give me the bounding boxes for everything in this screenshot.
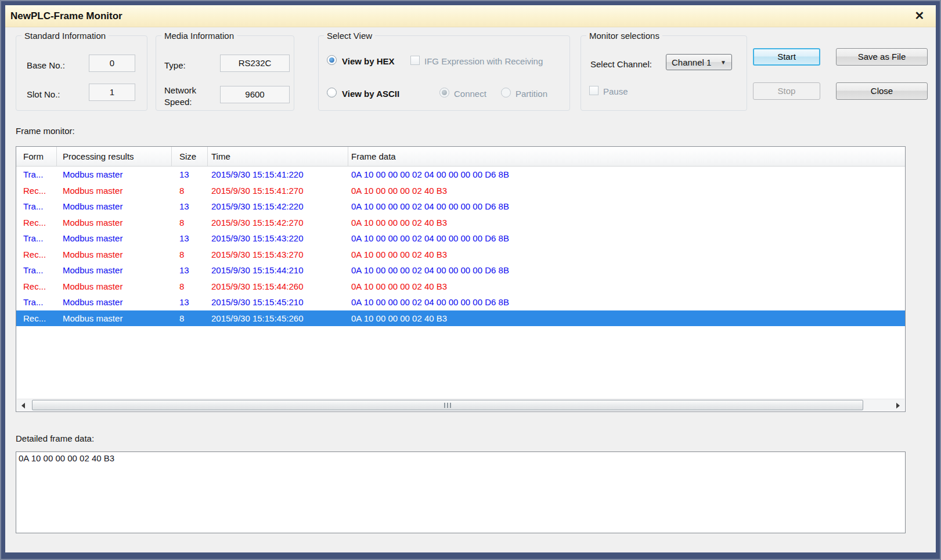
triangle-right-icon (896, 403, 900, 409)
window-title: NewPLC-Frame Monitor (5, 10, 122, 22)
cell-form: Rec... (16, 218, 57, 227)
view-by-hex-radio[interactable] (327, 55, 337, 65)
table-row[interactable]: Rec...Modbus master82015/9/30 15:15:41:2… (16, 183, 905, 199)
column-header-processing-results[interactable]: Processing results (57, 147, 172, 166)
frame-monitor-label: Frame monitor: (16, 126, 75, 136)
group-title: Standard Information (21, 31, 109, 41)
scroll-left-button[interactable] (17, 399, 30, 411)
cell-frame-data: 0A 10 00 00 00 02 04 00 00 00 00 D6 8B (348, 297, 905, 307)
cell-time: 2015/9/30 15:15:43:220 (208, 233, 348, 243)
frame-monitor-dialog: NewPLC-Frame Monitor ✕ Standard Informat… (5, 5, 936, 552)
scrollbar-grip-icon (444, 403, 452, 408)
scrollbar-thumb[interactable] (32, 400, 863, 410)
cell-time: 2015/9/30 15:15:44:260 (208, 281, 348, 291)
cell-form: Tra... (16, 201, 57, 211)
close-icon[interactable]: ✕ (911, 8, 928, 24)
cell-time: 2015/9/30 15:15:43:270 (208, 250, 348, 259)
group-select-view: Select View View by HEX IFG Expression w… (318, 35, 570, 111)
cell-size: 13 (172, 233, 208, 243)
column-header-time[interactable]: Time (208, 147, 348, 166)
column-header-form[interactable]: Form (16, 147, 57, 166)
table-row[interactable]: Rec...Modbus master82015/9/30 15:15:45:2… (16, 310, 905, 327)
slot-no-field: 1 (89, 84, 135, 101)
cell-processing-results: Modbus master (57, 218, 172, 227)
network-speed-field: 9600 (220, 86, 290, 103)
column-header-size[interactable]: Size (172, 147, 208, 166)
ifg-expression-label: IFG Expression with Receiving (424, 56, 543, 66)
cell-form: Rec... (16, 186, 57, 196)
cell-form: Tra... (16, 233, 57, 243)
cell-processing-results: Modbus master (57, 186, 172, 196)
connect-label: Connect (454, 89, 486, 99)
cell-processing-results: Modbus master (57, 201, 172, 211)
table-row[interactable]: Tra...Modbus master132015/9/30 15:15:41:… (16, 167, 905, 183)
base-no-field: 0 (89, 55, 135, 72)
column-header-frame-data[interactable]: Frame data (348, 147, 905, 166)
slot-no-label: Slot No.: (27, 89, 60, 99)
cell-form: Tra... (16, 265, 57, 275)
frame-monitor-table: Form Processing results Size Time Frame … (16, 146, 906, 412)
base-no-label: Base No.: (27, 60, 65, 70)
table-row[interactable]: Tra...Modbus master132015/9/30 15:15:45:… (16, 294, 905, 310)
title-bar[interactable]: NewPLC-Frame Monitor ✕ (5, 5, 936, 27)
frame-table-body: Tra...Modbus master132015/9/30 15:15:41:… (16, 167, 905, 399)
cell-form: Rec... (16, 250, 57, 259)
type-field: RS232C (220, 55, 290, 72)
view-by-ascii-label: View by ASCII (342, 89, 399, 99)
cell-size: 13 (172, 297, 208, 307)
view-by-ascii-radio[interactable] (327, 88, 337, 97)
connect-radio (439, 88, 449, 97)
table-row[interactable]: Tra...Modbus master132015/9/30 15:15:42:… (16, 198, 905, 215)
partition-radio (501, 88, 511, 97)
group-title: Monitor selections (586, 31, 662, 41)
cell-frame-data: 0A 10 00 00 00 02 40 B3 (348, 186, 905, 196)
cell-processing-results: Modbus master (57, 313, 172, 323)
select-channel-label: Select Channel: (590, 59, 652, 69)
cell-processing-results: Modbus master (57, 281, 172, 291)
cell-processing-results: Modbus master (57, 250, 172, 259)
close-button[interactable]: Close (836, 82, 928, 100)
cell-frame-data: 0A 10 00 00 00 02 04 00 00 00 00 D6 8B (348, 265, 905, 275)
ifg-expression-checkbox (410, 56, 420, 65)
cell-frame-data: 0A 10 00 00 00 02 40 B3 (348, 281, 905, 291)
cell-size: 13 (172, 169, 208, 179)
cell-processing-results: Modbus master (57, 169, 172, 179)
table-row[interactable]: Rec...Modbus master82015/9/30 15:15:44:2… (16, 279, 905, 295)
channel-select[interactable]: Channel 1 ▼ (666, 54, 732, 70)
cell-processing-results: Modbus master (57, 265, 172, 275)
cell-size: 8 (172, 218, 208, 227)
table-row[interactable]: Tra...Modbus master132015/9/30 15:15:43:… (16, 230, 905, 247)
table-row[interactable]: Rec...Modbus master82015/9/30 15:15:43:2… (16, 247, 905, 263)
scroll-right-button[interactable] (892, 399, 904, 411)
cell-processing-results: Modbus master (57, 297, 172, 307)
cell-form: Tra... (16, 169, 57, 179)
detailed-frame-data-box[interactable]: 0A 10 00 00 00 02 40 B3 (16, 451, 906, 533)
cell-time: 2015/9/30 15:15:42:220 (208, 201, 348, 211)
table-row[interactable]: Tra...Modbus master132015/9/30 15:15:44:… (16, 262, 905, 279)
cell-size: 8 (172, 313, 208, 323)
type-label: Type: (164, 60, 186, 70)
pause-label: Pause (603, 86, 628, 96)
cell-time: 2015/9/30 15:15:41:220 (208, 169, 348, 179)
cell-frame-data: 0A 10 00 00 00 02 04 00 00 00 00 D6 8B (348, 169, 905, 179)
cell-time: 2015/9/30 15:15:42:270 (208, 218, 348, 227)
group-title: Media Information (161, 31, 237, 41)
group-media-information: Media Information Type: RS232C Network S… (156, 35, 294, 111)
cell-size: 8 (172, 250, 208, 259)
table-header[interactable]: Form Processing results Size Time Frame … (16, 147, 905, 167)
table-row[interactable]: Rec...Modbus master82015/9/30 15:15:42:2… (16, 215, 905, 231)
cell-form: Tra... (16, 297, 57, 307)
cell-size: 13 (172, 201, 208, 211)
cell-time: 2015/9/30 15:15:45:260 (208, 313, 348, 323)
view-by-hex-label: View by HEX (342, 56, 395, 66)
horizontal-scrollbar[interactable] (17, 399, 904, 411)
cell-size: 13 (172, 265, 208, 275)
cell-time: 2015/9/30 15:15:44:210 (208, 265, 348, 275)
pause-checkbox (589, 86, 599, 95)
cell-form: Rec... (16, 313, 57, 323)
cell-frame-data: 0A 10 00 00 00 02 40 B3 (348, 250, 905, 259)
start-button[interactable]: Start (753, 48, 820, 66)
save-as-file-button[interactable]: Save as File (836, 48, 928, 66)
cell-time: 2015/9/30 15:15:41:270 (208, 186, 348, 196)
cell-processing-results: Modbus master (57, 233, 172, 243)
